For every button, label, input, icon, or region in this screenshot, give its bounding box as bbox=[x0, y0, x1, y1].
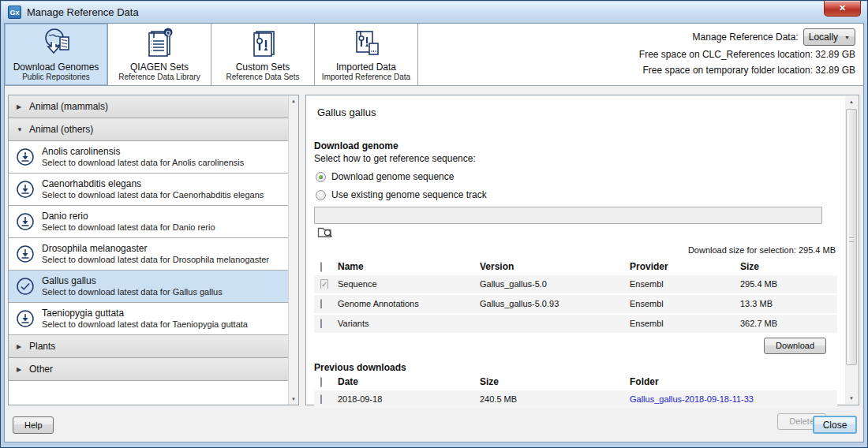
scroll-down-icon[interactable]: ▼ bbox=[845, 393, 858, 404]
item-subtitle: Select to download latest data for Danio… bbox=[42, 222, 215, 233]
files-table-header: Name Version Provider Size bbox=[314, 258, 837, 275]
row-checkbox-checked[interactable]: ✓ bbox=[320, 279, 328, 289]
app-logo-icon: Gx bbox=[8, 6, 21, 19]
sidebar-item-caenorhabditis-elegans[interactable]: Caenorhabditis elegans Select to downloa… bbox=[9, 174, 288, 206]
sidebar-group-animal-others[interactable]: ▼ Animal (others) bbox=[9, 118, 288, 141]
tab-imported-data[interactable]: Imported Data Imported Reference Data bbox=[315, 24, 418, 85]
cell-size: 362.7 MB bbox=[739, 319, 837, 328]
tab-label: Custom Sets bbox=[236, 62, 290, 73]
tab-label: Imported Data bbox=[336, 62, 396, 73]
cell-version: Gallus_gallus-5.0.93 bbox=[478, 299, 628, 308]
qiagen-sets-icon: Q bbox=[144, 24, 175, 62]
previous-table-header: Date Size Folder bbox=[314, 373, 837, 390]
tab-label: QIAGEN Sets bbox=[130, 62, 189, 73]
check-circle-icon bbox=[15, 276, 36, 297]
row-checkbox[interactable] bbox=[320, 394, 322, 404]
download-circle-icon bbox=[15, 147, 36, 167]
item-subtitle: Select to download latest data for Anoli… bbox=[42, 158, 244, 168]
item-title: Gallus gallus bbox=[42, 275, 223, 287]
location-dropdown-value: Locally bbox=[809, 32, 838, 43]
close-button[interactable]: Close bbox=[813, 416, 857, 434]
manage-reference-data-window: Gx Manage Reference Data ✕ bbox=[0, 0, 868, 448]
previous-downloads-table: Date Size Folder 2018-09-18 240.5 MB Gal… bbox=[314, 373, 837, 409]
sidebar-item-taeniopygia-guttata[interactable]: Taeniopygia guttata Select to download l… bbox=[9, 303, 288, 335]
download-circle-icon bbox=[15, 211, 36, 232]
tab-sublabel: Imported Reference Data bbox=[322, 73, 410, 82]
tab-custom-sets[interactable]: Custom Sets Reference Data Sets bbox=[211, 24, 315, 85]
item-subtitle: Select to download latest data for Caeno… bbox=[42, 190, 264, 200]
chevron-right-icon: ▶ bbox=[17, 343, 29, 350]
cell-version: Gallus_gallus-5.0 bbox=[478, 279, 628, 289]
group-label: Plants bbox=[29, 341, 55, 352]
species-sidebar: ▶ Animal (mammals) ▼ Animal (others) Ano… bbox=[8, 95, 299, 405]
imported-data-icon bbox=[350, 24, 383, 62]
item-subtitle: Select to download latest data for Droso… bbox=[42, 255, 269, 265]
download-genomes-icon bbox=[38, 24, 74, 62]
cell-date: 2018-09-18 bbox=[336, 394, 478, 404]
sidebar-group-plants[interactable]: ▶ Plants bbox=[9, 335, 288, 358]
scrollbar-thumb[interactable] bbox=[846, 109, 857, 365]
sidebar-list: ▶ Animal (mammals) ▼ Animal (others) Ano… bbox=[9, 95, 288, 405]
toolbar: Download Genomes Public Repositories Q bbox=[5, 24, 863, 86]
sidebar-item-danio-rerio[interactable]: Danio rerio Select to download latest da… bbox=[9, 206, 288, 238]
radio-use-existing-track[interactable]: Use existing genome sequence track bbox=[314, 189, 837, 200]
tab-sublabel: Reference Data Sets bbox=[226, 73, 300, 82]
previous-download-row[interactable]: 2018-09-18 240.5 MB Gallus_gallus-2018-0… bbox=[314, 390, 837, 409]
cell-provider: Ensembl bbox=[628, 319, 739, 328]
row-checkbox[interactable] bbox=[320, 319, 322, 328]
radio-download-genome-sequence[interactable]: Download genome sequence bbox=[314, 171, 837, 182]
sidebar-group-animal-mammals[interactable]: ▶ Animal (mammals) bbox=[9, 95, 288, 118]
radio-label: Download genome sequence bbox=[331, 171, 454, 182]
tab-sublabel: Public Repositories bbox=[22, 73, 90, 82]
item-subtitle: Select to download latest data for Gallu… bbox=[42, 287, 223, 297]
tab-download-genomes[interactable]: Download Genomes Public Repositories bbox=[5, 24, 108, 85]
sidebar-item-anolis-carolinensis[interactable]: Anolis carolinensis Select to download l… bbox=[9, 141, 288, 174]
tab-label: Download Genomes bbox=[13, 62, 99, 73]
chevron-right-icon: ▶ bbox=[17, 103, 29, 110]
scroll-up-icon[interactable]: ▲ bbox=[845, 96, 858, 107]
select-all-checkbox[interactable] bbox=[320, 377, 322, 387]
download-genome-heading: Download genome bbox=[314, 140, 837, 151]
table-row-sequence[interactable]: ✓ Sequence Gallus_gallus-5.0 Ensembl 295… bbox=[314, 275, 837, 293]
table-row-genome-annotations[interactable]: Genome Annotations Gallus_gallus-5.0.93 … bbox=[314, 295, 837, 313]
table-row-variants[interactable]: Variants Ensembl 362.7 MB bbox=[314, 315, 837, 333]
panel-scrollbar[interactable]: ▲ ▼ bbox=[845, 96, 858, 404]
cell-name: Variants bbox=[336, 319, 478, 328]
cell-size: 295.4 MB bbox=[739, 279, 837, 289]
radio-label: Use existing genome sequence track bbox=[331, 189, 487, 200]
col-name: Name bbox=[336, 261, 478, 272]
chevron-down-icon: ▼ bbox=[844, 35, 850, 40]
window-title: Manage Reference Data bbox=[27, 6, 139, 18]
previous-downloads-heading: Previous downloads bbox=[314, 362, 837, 373]
svg-text:Q: Q bbox=[166, 29, 170, 36]
location-dropdown[interactable]: Locally ▼ bbox=[803, 28, 855, 46]
sidebar-item-drosophila-melanogaster[interactable]: Drosophila melanogaster Select to downlo… bbox=[9, 238, 288, 271]
col-size: Size bbox=[478, 376, 628, 387]
scroll-up-icon[interactable]: ▲ bbox=[289, 95, 298, 106]
chevron-down-icon: ▼ bbox=[17, 126, 29, 133]
cell-name: Genome Annotations bbox=[336, 299, 478, 308]
group-label: Animal (mammals) bbox=[29, 101, 108, 112]
tab-qiagen-sets[interactable]: Q QIAGEN Sets Reference Data Library bbox=[108, 24, 211, 85]
item-title: Anolis carolinensis bbox=[42, 146, 244, 158]
download-button-row: Download bbox=[314, 338, 826, 354]
row-checkbox[interactable] bbox=[320, 299, 322, 308]
detail-panel: Gallus gallus Download genome Select how… bbox=[305, 95, 859, 405]
sidebar-scrollbar[interactable]: ▲ ▼ bbox=[288, 95, 298, 405]
browse-folder-icon[interactable] bbox=[317, 225, 333, 239]
reference-sequence-instruction: Select how to get reference sequence: bbox=[314, 153, 837, 164]
download-button[interactable]: Download bbox=[764, 338, 826, 354]
help-button[interactable]: Help bbox=[13, 416, 54, 434]
scroll-down-icon[interactable]: ▼ bbox=[289, 394, 298, 405]
download-circle-icon bbox=[15, 179, 36, 200]
free-space-temp-label: Free space on temporary folder location:… bbox=[639, 62, 855, 78]
sequence-track-input[interactable] bbox=[314, 207, 822, 224]
select-all-checkbox[interactable] bbox=[320, 262, 322, 272]
sidebar-item-gallus-gallus[interactable]: Gallus gallus Select to download latest … bbox=[9, 271, 288, 303]
cell-size: 13.3 MB bbox=[739, 299, 837, 308]
radio-selected-icon bbox=[316, 172, 326, 182]
folder-link[interactable]: Gallus_gallus-2018-09-18-11-33 bbox=[628, 394, 837, 404]
detail-content: Gallus gallus Download genome Select how… bbox=[306, 95, 845, 405]
sidebar-group-other[interactable]: ▶ Other bbox=[9, 358, 288, 381]
window-close-button[interactable]: ✕ bbox=[824, 1, 861, 17]
